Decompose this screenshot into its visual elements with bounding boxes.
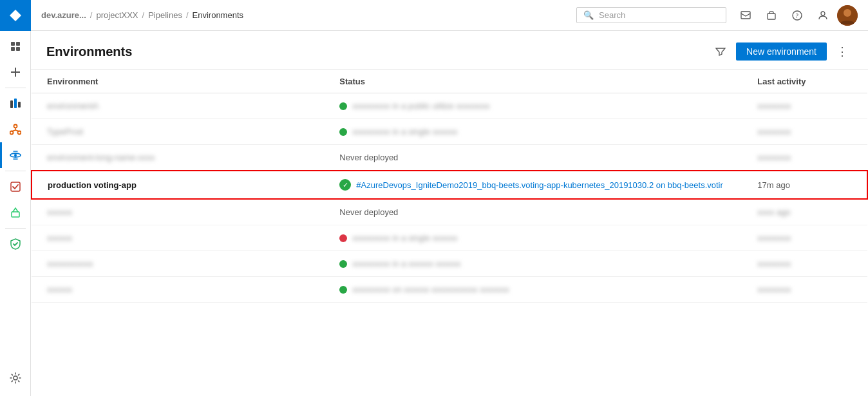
user-settings-icon[interactable] [811, 4, 835, 27]
env-name-cell: environmentA [32, 93, 324, 119]
col-last-activity: Last activity [742, 70, 867, 93]
svg-rect-3 [16, 47, 20, 51]
sidebar-item-testplans[interactable] [0, 174, 31, 200]
svg-point-25 [844, 9, 851, 17]
svg-rect-20 [768, 14, 775, 19]
env-last-activity: xxxxxxxx [757, 127, 791, 137]
env-status: Never deployed [339, 153, 726, 162]
env-last-activity: 17m ago [757, 180, 790, 190]
env-status-cell: Never deployed [324, 199, 742, 225]
env-last-activity: xxxxxxxx [757, 285, 791, 294]
sidebar-item-repos[interactable] [0, 117, 31, 142]
env-activity-cell: xxxxxxxx [742, 145, 867, 171]
breadcrumb-sep2: / [142, 10, 145, 20]
svg-text:?: ? [796, 12, 799, 19]
svg-rect-17 [12, 212, 19, 217]
table-row[interactable]: environmentAxxxxxxxxx in a public utiliz… [32, 93, 867, 119]
svg-point-18 [14, 376, 17, 380]
basket-icon[interactable] [760, 4, 783, 27]
nav-separator-2 [5, 171, 26, 171]
sidebar-item-settings[interactable] [0, 365, 31, 391]
left-sidebar [0, 0, 31, 396]
table-row[interactable]: production voting-app✓#AzureDevops_Ignit… [32, 171, 867, 199]
env-status-text: xxxxxxxxx on xxxxxx xxxxxxxxxxx xxxxxxx [352, 285, 509, 294]
env-status: xxxxxxxxx in a single xxxxxx [339, 127, 726, 137]
env-activity-cell: xxxxxxxx [742, 251, 867, 277]
env-status-text: xxxxxxxxx in a public utilize xxxxxxxx [352, 101, 489, 111]
breadcrumb-org[interactable]: dev.azure... [41, 10, 86, 20]
search-box[interactable]: 🔍 Search [576, 7, 726, 23]
env-last-activity: xxxxxxxx [757, 259, 791, 269]
env-status: xxxxxxxxx on xxxxxx xxxxxxxxxxx xxxxxxx [339, 285, 726, 294]
sidebar-item-boards[interactable] [0, 91, 31, 117]
env-activity-cell: xxxxxxxx [742, 277, 867, 303]
env-status-cell: xxxxxxxxx in a single xxxxxx [324, 225, 742, 251]
page-title: Environments [46, 44, 710, 59]
svg-line-13 [12, 130, 15, 131]
table-row[interactable]: xxxxxxNever deployedxxxx ago [32, 199, 867, 225]
env-activity-cell: 17m ago [742, 171, 867, 199]
table-row[interactable]: xxxxxxxxxxxxxxxxxxxx in a xxxxxx xxxxxxx… [32, 251, 867, 277]
table-row[interactable]: xxxxxxxxxxxxxxx on xxxxxx xxxxxxxxxxx xx… [32, 277, 867, 303]
env-status-text: xxxxxxxxx in a single xxxxxx [352, 233, 457, 243]
svg-point-9 [14, 125, 17, 128]
env-status-text[interactable]: #AzureDevops_IgniteDemo2019_bbq-beets.vo… [356, 180, 723, 190]
env-activity-cell: xxxxxxxx [742, 225, 867, 251]
env-status-text: xxxxxxxxx in a single xxxxxx [352, 127, 457, 137]
env-status-text: Never deployed [339, 207, 398, 217]
svg-rect-19 [741, 12, 750, 19]
page-header: Environments New environment ⋮ [31, 31, 868, 70]
header-icons: ? [734, 4, 858, 27]
breadcrumb-sep1: / [90, 10, 93, 20]
page-header-actions: New environment ⋮ [710, 41, 853, 62]
more-options-button[interactable]: ⋮ [832, 41, 853, 62]
env-status: xxxxxxxxx in a xxxxxx xxxxxx [339, 259, 726, 269]
user-avatar[interactable] [837, 5, 858, 26]
env-activity-cell: xxxx ago [742, 199, 867, 225]
env-status-cell: Never deployed [324, 145, 742, 171]
env-status: Never deployed [339, 207, 726, 217]
search-placeholder-text: Search [599, 10, 625, 20]
status-dot-green-icon [339, 128, 347, 136]
env-name: xxxxxx [47, 233, 72, 243]
svg-point-23 [821, 12, 825, 15]
env-name: environment-long-name-xxxx [47, 153, 155, 162]
sidebar-item-add[interactable] [0, 59, 31, 85]
main-area: dev.azure... / projectXXX / Pipelines / … [31, 0, 868, 396]
nav-bottom [0, 365, 31, 396]
breadcrumb-pipelines[interactable]: Pipelines [148, 10, 182, 20]
nav-separator-3 [5, 228, 26, 229]
page-content: Environments New environment ⋮ Environme… [31, 31, 868, 396]
help-icon[interactable]: ? [786, 4, 809, 27]
env-name-cell: production voting-app [32, 171, 324, 199]
env-name: xxxxxxxxxxx [47, 259, 93, 269]
table-row[interactable]: TypeProdxxxxxxxxx in a single xxxxxxxxxx… [32, 119, 867, 145]
status-dot-green-icon [339, 286, 347, 294]
environments-table: Environment Status Last activity environ… [31, 70, 868, 303]
env-status: xxxxxxxxx in a single xxxxxx [339, 233, 726, 243]
notifications-icon[interactable] [734, 4, 757, 27]
filter-button[interactable] [710, 41, 731, 62]
svg-rect-2 [11, 47, 15, 51]
env-status-text: xxxxxxxxx in a xxxxxx xxxxxx [352, 259, 460, 269]
sidebar-item-pipelines[interactable] [0, 142, 31, 168]
svg-point-11 [17, 131, 21, 135]
svg-rect-7 [14, 99, 17, 108]
env-status-cell: xxxxxxxxx in a single xxxxxx [324, 119, 742, 145]
svg-rect-8 [18, 102, 21, 108]
breadcrumb-proj[interactable]: projectXXX [96, 10, 138, 20]
table-row[interactable]: xxxxxxxxxxxxxxx in a single xxxxxxxxxxxx… [32, 225, 867, 251]
sidebar-item-artifacts[interactable] [0, 200, 31, 225]
env-status: ✓#AzureDevops_IgniteDemo2019_bbq-beets.v… [339, 179, 726, 191]
col-status: Status [324, 70, 742, 93]
table-row[interactable]: environment-long-name-xxxxNever deployed… [32, 145, 867, 171]
sidebar-item-security[interactable] [0, 231, 31, 257]
svg-point-10 [10, 131, 13, 135]
new-environment-button[interactable]: New environment [736, 42, 827, 61]
sidebar-item-home[interactable] [0, 33, 31, 59]
app-logo[interactable] [0, 0, 31, 31]
table-header: Environment Status Last activity [32, 70, 867, 93]
env-name-cell: xxxxxx [32, 199, 324, 225]
env-activity-cell: xxxxxxxx [742, 93, 867, 119]
status-check-icon: ✓ [339, 179, 351, 191]
